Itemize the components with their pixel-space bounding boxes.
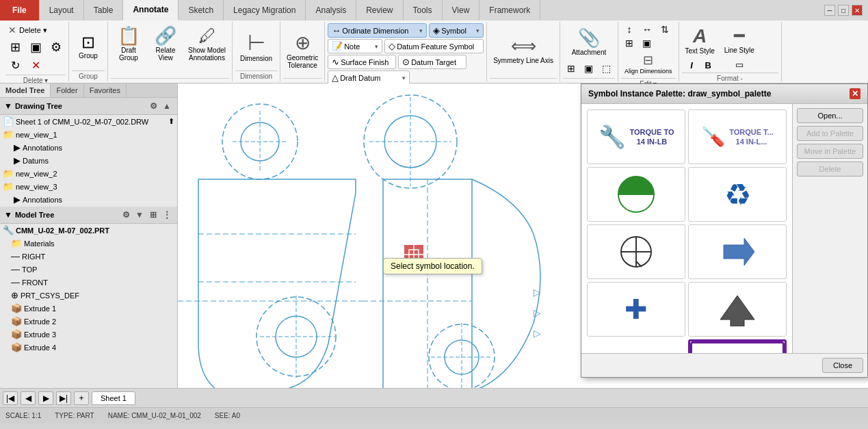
ts-small2[interactable]: B — [700, 60, 715, 71]
drawing-tree-scroll[interactable]: 📄 Sheet 1 of CMM_U-02_M-07_002.DRW ⬆ 📁 n… — [0, 115, 177, 204]
nav-first-btn[interactable]: |◀ — [3, 391, 18, 405]
tree-item-new-view-2[interactable]: 📁 new_view_2 — [0, 167, 177, 180]
nav-next-btn[interactable]: ▶ — [38, 391, 53, 405]
edit-small2[interactable]: ↔ — [639, 23, 655, 36]
tree-item-csys[interactable]: ⊕ PRT_CSYS_DEF — [0, 289, 177, 302]
symbol-palette-dialog[interactable]: Symbol Instance Palette: draw_symbol_pal… — [581, 83, 868, 378]
edit-small5[interactable]: ▣ — [639, 37, 655, 49]
tab-legacy[interactable]: Legacy Migration — [224, 0, 306, 21]
tab-tools[interactable]: Tools — [404, 0, 443, 21]
tree-item-top[interactable]: — TOP — [0, 263, 177, 276]
symbol-dropdown[interactable]: ◈ Symbol ▾ — [429, 23, 484, 38]
add-to-palette-button[interactable]: Add to Palette — [797, 126, 863, 141]
rotate-icon-btn[interactable]: ↻ — [5, 57, 25, 73]
open-button[interactable]: Open... — [797, 108, 863, 123]
tool-icon-btn[interactable]: ⚙ — [47, 38, 66, 56]
text-style-button[interactable]: A Text Style — [682, 23, 718, 57]
tab-sketch[interactable]: Sketch — [179, 0, 224, 21]
minimize-icon[interactable]: ─ — [824, 5, 835, 16]
draft-group-button[interactable]: 📋 Draft Group — [111, 23, 146, 64]
align-dimensions-button[interactable]: ⊟ Align Dimensions — [621, 51, 676, 77]
line-style-button[interactable]: ━ Line Style — [721, 23, 758, 56]
note-dropdown[interactable]: 📝 Note ▾ — [328, 39, 382, 53]
maximize-icon[interactable]: □ — [838, 5, 849, 16]
palette-item-recycle[interactable]: ♻ — [688, 167, 787, 222]
sheet-tab[interactable]: Sheet 1 — [92, 391, 135, 405]
tree-item-datums-1[interactable]: ▶ Datums — [0, 154, 177, 167]
ordinate-dimension-dropdown[interactable]: ↔ Ordinate Dimension ▾ — [328, 23, 427, 38]
model-tree-scroll[interactable]: 🔧 CMM_U-02_M-07_002.PRT 📁 Materials — RI… — [0, 224, 177, 388]
group-button[interactable]: ⊡ Group — [72, 31, 105, 62]
tree-scroll-handle[interactable]: ⬆ — [168, 117, 174, 126]
palette-item-arrow-up[interactable] — [688, 282, 787, 337]
datum-feature-dropdown[interactable]: ◇ Datum Feature Symbol — [384, 39, 484, 53]
tab-table[interactable]: Table — [84, 0, 124, 21]
ts-small1[interactable]: I — [684, 60, 699, 71]
model-tree-config-btn[interactable]: ⚙ — [120, 209, 132, 221]
move-in-palette-button[interactable]: Move in Palette — [797, 144, 863, 159]
tree-item-extrude2[interactable]: 📦 Extrude 2 — [0, 315, 177, 328]
tab-view[interactable]: View — [443, 0, 480, 21]
tree-item-annotations-1[interactable]: ▶ Annotations — [0, 141, 177, 154]
edit-small1[interactable]: ↕ — [621, 23, 637, 36]
drawing-area[interactable]: ▷ ▷ ▷ Select symbol location. Symbol Ins… — [178, 83, 868, 388]
palette-item-plus[interactable]: ✚ — [587, 282, 685, 337]
tab-analysis[interactable]: Analysis — [306, 0, 356, 21]
geometric-tolerance-button[interactable]: ⊕ Geometric Tolerance — [283, 29, 321, 71]
close-button-dialog[interactable]: Close — [822, 358, 863, 373]
tab-framework[interactable]: Framework — [479, 0, 540, 21]
palette-item-torque2[interactable]: 🪛 TORQUE T... 14 IN-L... — [688, 109, 787, 164]
symmetry-button[interactable]: ⟺ Symmetry Line Axis — [490, 34, 557, 66]
model-tree-expand-btn[interactable]: ⊞ — [147, 209, 159, 221]
tree-item-right[interactable]: — RIGHT — [0, 250, 177, 263]
attachment-button[interactable]: 📎 Attachment — [568, 25, 610, 58]
cancel-icon-btn[interactable]: ✕ — [26, 57, 45, 73]
tree-item-prt[interactable]: 🔧 CMM_U-02_M-07_002.PRT — [0, 224, 177, 237]
show-model-annotations-button[interactable]: 🖊 Show Model Annotations — [185, 23, 229, 64]
tree-item-extrude1[interactable]: 📦 Extrude 1 — [0, 302, 177, 315]
edit-small4[interactable]: ⊞ — [621, 37, 637, 49]
attach-small-btn3[interactable]: ⬚ — [599, 62, 615, 75]
panel-tab-model-tree[interactable]: Model Tree — [0, 83, 51, 97]
tree-item-materials[interactable]: 📁 Materials — [0, 237, 177, 250]
delete-button-dialog[interactable]: Delete — [797, 161, 863, 177]
dimension-button[interactable]: ⊢ Dimension — [237, 29, 276, 64]
tree-config-btn[interactable]: ⚙ — [147, 100, 159, 112]
relate-view-button[interactable]: 🔗 Relate View — [149, 23, 182, 64]
tree-item-extrude3[interactable]: 📦 Extrude 3 — [0, 328, 177, 341]
delete-button[interactable]: ✕ Delete ▾ — [5, 23, 50, 37]
ls-small1[interactable]: ▭ — [732, 59, 747, 70]
palette-item-half-circle[interactable] — [587, 167, 685, 222]
tree-item-sheet[interactable]: 📄 Sheet 1 of CMM_U-02_M-07_002.DRW ⬆ — [0, 115, 177, 128]
tab-layout[interactable]: Layout — [40, 0, 84, 21]
panel-tab-folder[interactable]: Folder — [51, 83, 83, 97]
edit-small3[interactable]: ⇅ — [657, 23, 673, 36]
tree-item-front[interactable]: — FRONT — [0, 276, 177, 289]
tab-review[interactable]: Review — [356, 0, 403, 21]
palette-item-arrow[interactable] — [688, 224, 787, 279]
palette-item-ground[interactable] — [587, 224, 685, 279]
dialog-close-button[interactable]: ✕ — [850, 88, 860, 99]
nav-add-btn[interactable]: + — [74, 391, 89, 405]
tree-item-annotations-3[interactable]: ▶ Annotations — [0, 193, 177, 204]
tree-item-extrude4[interactable]: 📦 Extrude 4 — [0, 341, 177, 354]
tab-file[interactable]: File — [0, 0, 40, 21]
draft-datum-dropdown[interactable]: △ Draft Datum ▾ — [328, 70, 410, 85]
model-tree-filter-btn[interactable]: ▼ — [133, 209, 146, 221]
palette-item-torque1[interactable]: 🔧 TORQUE TO 14 IN-LB — [587, 109, 685, 164]
nav-last-btn[interactable]: ▶| — [56, 391, 71, 405]
grid-icon-btn[interactable]: ⊞ — [5, 38, 25, 56]
datum-target-dropdown[interactable]: ⊙ Datum Target — [398, 55, 466, 69]
tree-scroll-up-btn[interactable]: ▲ — [161, 100, 173, 112]
tree-item-new-view-1[interactable]: 📁 new_view_1 — [0, 128, 177, 141]
palette-item-attention[interactable]: ▲ ATTENTION — [688, 339, 787, 353]
attach-small-btn2[interactable]: ▣ — [581, 62, 597, 75]
attach-small-btn1[interactable]: ⊞ — [563, 62, 579, 75]
tab-annotate[interactable]: Annotate — [123, 0, 179, 21]
related-icon-btn[interactable]: ▣ — [26, 38, 45, 56]
panel-tab-favorites[interactable]: Favorites — [84, 83, 127, 97]
tree-item-new-view-3[interactable]: 📁 new_view_3 — [0, 180, 177, 193]
surface-finish-dropdown[interactable]: ∿ Surface Finish — [328, 55, 396, 69]
close-window-icon[interactable]: ✕ — [852, 5, 863, 16]
nav-prev-btn[interactable]: ◀ — [21, 391, 36, 405]
